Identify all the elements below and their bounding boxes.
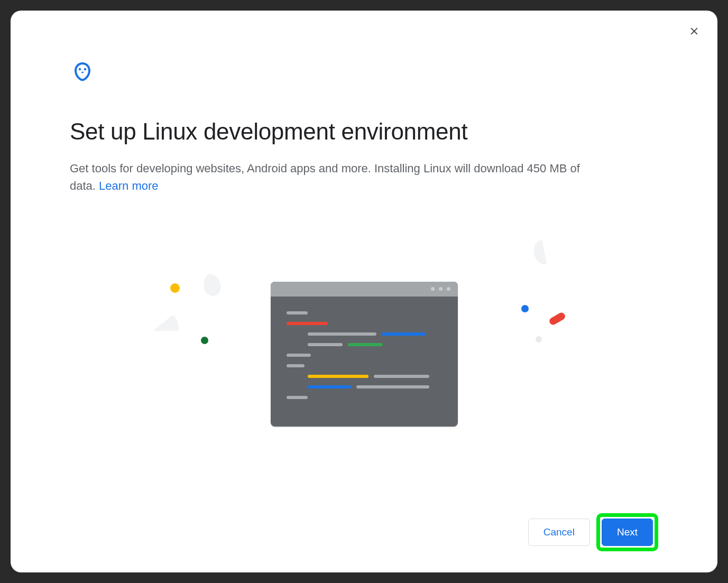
code-line xyxy=(287,396,308,399)
code-line xyxy=(374,375,429,378)
code-line xyxy=(356,385,429,388)
decorative-dot xyxy=(201,337,208,344)
code-line xyxy=(287,311,308,314)
cancel-button[interactable]: Cancel xyxy=(528,519,590,546)
terminal-titlebar xyxy=(271,282,458,297)
next-button-highlight: Next xyxy=(596,513,658,551)
code-line xyxy=(308,375,368,378)
decorative-dot xyxy=(536,336,542,343)
terminal-illustration xyxy=(271,282,458,427)
terminal-body xyxy=(271,297,458,417)
code-line xyxy=(382,332,426,336)
code-line xyxy=(287,322,328,325)
penguin-icon xyxy=(70,59,658,87)
code-line xyxy=(287,364,305,367)
window-control-dot xyxy=(439,287,443,291)
decorative-blob xyxy=(521,239,547,268)
dialog-description: Get tools for developing websites, Andro… xyxy=(70,160,598,195)
decorative-blob xyxy=(201,272,223,298)
linux-setup-dialog: Set up Linux development environment Get… xyxy=(11,11,717,572)
code-line xyxy=(287,354,311,357)
code-line xyxy=(308,332,376,336)
code-line xyxy=(308,343,343,346)
decorative-dot xyxy=(521,305,529,312)
code-line xyxy=(308,385,351,388)
decorative-blob xyxy=(153,310,179,331)
svg-point-3 xyxy=(84,68,86,70)
dialog-title: Set up Linux development environment xyxy=(70,118,658,145)
window-control-dot xyxy=(447,287,450,291)
illustration xyxy=(70,226,658,482)
decorative-dot xyxy=(170,283,180,293)
window-control-dot xyxy=(431,287,435,291)
decorative-pill xyxy=(548,311,567,326)
close-button[interactable] xyxy=(687,24,702,39)
learn-more-link[interactable]: Learn more xyxy=(99,179,159,192)
next-button[interactable]: Next xyxy=(602,519,653,546)
code-line xyxy=(348,343,383,346)
svg-point-2 xyxy=(79,68,81,70)
close-icon xyxy=(689,26,699,38)
dialog-footer: Cancel Next xyxy=(70,503,658,551)
